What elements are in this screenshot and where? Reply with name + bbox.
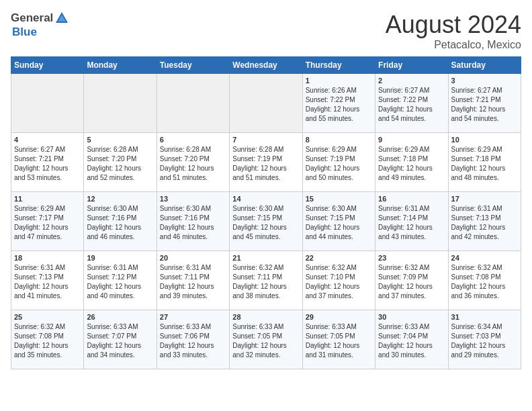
day-number: 19	[87, 254, 153, 262]
weekday-header-tuesday: Tuesday	[157, 57, 229, 74]
weekday-header-wednesday: Wednesday	[230, 57, 302, 74]
calendar-cell: 1Sunrise: 6:26 AMSunset: 7:22 PMDaylight…	[302, 74, 375, 133]
location-title: Petacalco, Mexico	[386, 39, 521, 51]
day-info: Sunrise: 6:31 AMSunset: 7:14 PMDaylight:…	[378, 204, 445, 242]
logo-text-general: General	[11, 11, 53, 25]
calendar-cell: 17Sunrise: 6:31 AMSunset: 7:13 PMDayligh…	[448, 192, 521, 251]
logo-text-blue: Blue	[12, 26, 37, 38]
day-number: 4	[14, 136, 81, 144]
day-info: Sunrise: 6:33 AMSunset: 7:06 PMDaylight:…	[160, 322, 226, 360]
calendar-cell: 27Sunrise: 6:33 AMSunset: 7:06 PMDayligh…	[157, 310, 229, 369]
day-number: 15	[306, 195, 372, 203]
day-number: 25	[14, 313, 81, 321]
calendar-cell: 7Sunrise: 6:28 AMSunset: 7:19 PMDaylight…	[230, 133, 302, 192]
day-number: 13	[160, 195, 226, 203]
day-number: 26	[87, 313, 153, 321]
calendar-cell: 10Sunrise: 6:29 AMSunset: 7:18 PMDayligh…	[448, 133, 521, 192]
calendar-cell: 29Sunrise: 6:33 AMSunset: 7:05 PMDayligh…	[302, 310, 375, 369]
day-info: Sunrise: 6:33 AMSunset: 7:05 PMDaylight:…	[306, 322, 372, 360]
calendar-cell: 15Sunrise: 6:30 AMSunset: 7:15 PMDayligh…	[302, 192, 375, 251]
calendar-cell: 13Sunrise: 6:30 AMSunset: 7:16 PMDayligh…	[157, 192, 229, 251]
day-info: Sunrise: 6:31 AMSunset: 7:13 PMDaylight:…	[14, 263, 81, 301]
calendar-cell: 21Sunrise: 6:32 AMSunset: 7:11 PMDayligh…	[230, 251, 302, 310]
calendar-week-2: 4Sunrise: 6:27 AMSunset: 7:21 PMDaylight…	[11, 133, 521, 192]
calendar-cell: 9Sunrise: 6:29 AMSunset: 7:18 PMDaylight…	[375, 133, 448, 192]
calendar-cell: 6Sunrise: 6:28 AMSunset: 7:20 PMDaylight…	[157, 133, 229, 192]
day-number: 29	[306, 313, 372, 321]
weekday-header-monday: Monday	[84, 57, 157, 74]
calendar-cell: 4Sunrise: 6:27 AMSunset: 7:21 PMDaylight…	[11, 133, 84, 192]
day-info: Sunrise: 6:30 AMSunset: 7:15 PMDaylight:…	[232, 204, 299, 242]
day-info: Sunrise: 6:26 AMSunset: 7:22 PMDaylight:…	[306, 86, 372, 124]
calendar-cell: 30Sunrise: 6:33 AMSunset: 7:04 PMDayligh…	[375, 310, 448, 369]
day-number: 22	[306, 254, 372, 262]
day-number: 21	[232, 254, 299, 262]
calendar-cell: 11Sunrise: 6:29 AMSunset: 7:17 PMDayligh…	[11, 192, 84, 251]
calendar-cell	[157, 74, 229, 133]
calendar-cell: 14Sunrise: 6:30 AMSunset: 7:15 PMDayligh…	[230, 192, 302, 251]
calendar-week-1: 1Sunrise: 6:26 AMSunset: 7:22 PMDaylight…	[11, 74, 521, 133]
day-number: 20	[160, 254, 226, 262]
calendar-week-5: 25Sunrise: 6:32 AMSunset: 7:08 PMDayligh…	[11, 310, 521, 369]
day-info: Sunrise: 6:32 AMSunset: 7:08 PMDaylight:…	[451, 263, 518, 301]
day-number: 17	[451, 195, 518, 203]
month-title: August 2024	[386, 11, 521, 39]
title-block: August 2024 Petacalco, Mexico	[386, 11, 521, 51]
day-number: 1	[306, 77, 372, 85]
day-number: 2	[378, 77, 445, 85]
calendar-cell	[230, 74, 302, 133]
day-info: Sunrise: 6:33 AMSunset: 7:05 PMDaylight:…	[232, 322, 299, 360]
day-info: Sunrise: 6:29 AMSunset: 7:19 PMDaylight:…	[306, 145, 372, 183]
logo-icon	[54, 11, 69, 26]
weekday-header-row: SundayMondayTuesdayWednesdayThursdayFrid…	[11, 57, 521, 74]
day-info: Sunrise: 6:34 AMSunset: 7:03 PMDaylight:…	[451, 322, 518, 360]
page-header: General Blue August 2024 Petacalco, Mexi…	[11, 11, 521, 51]
calendar-week-4: 18Sunrise: 6:31 AMSunset: 7:13 PMDayligh…	[11, 251, 521, 310]
day-number: 8	[306, 136, 372, 144]
day-info: Sunrise: 6:30 AMSunset: 7:15 PMDaylight:…	[306, 204, 372, 242]
day-number: 9	[378, 136, 445, 144]
logo: General Blue	[11, 11, 69, 39]
day-number: 18	[14, 254, 81, 262]
day-info: Sunrise: 6:29 AMSunset: 7:17 PMDaylight:…	[14, 204, 81, 242]
day-number: 7	[232, 136, 299, 144]
calendar-cell: 16Sunrise: 6:31 AMSunset: 7:14 PMDayligh…	[375, 192, 448, 251]
day-info: Sunrise: 6:32 AMSunset: 7:10 PMDaylight:…	[306, 263, 372, 301]
calendar-cell: 23Sunrise: 6:32 AMSunset: 7:09 PMDayligh…	[375, 251, 448, 310]
day-info: Sunrise: 6:30 AMSunset: 7:16 PMDaylight:…	[87, 204, 153, 242]
day-info: Sunrise: 6:31 AMSunset: 7:11 PMDaylight:…	[160, 263, 226, 301]
calendar-cell: 26Sunrise: 6:33 AMSunset: 7:07 PMDayligh…	[84, 310, 157, 369]
calendar-cell: 24Sunrise: 6:32 AMSunset: 7:08 PMDayligh…	[448, 251, 521, 310]
day-number: 5	[87, 136, 153, 144]
day-number: 16	[378, 195, 445, 203]
calendar-cell: 22Sunrise: 6:32 AMSunset: 7:10 PMDayligh…	[302, 251, 375, 310]
day-info: Sunrise: 6:32 AMSunset: 7:08 PMDaylight:…	[14, 322, 81, 360]
calendar-cell: 12Sunrise: 6:30 AMSunset: 7:16 PMDayligh…	[84, 192, 157, 251]
day-info: Sunrise: 6:30 AMSunset: 7:16 PMDaylight:…	[160, 204, 226, 242]
calendar-cell: 3Sunrise: 6:27 AMSunset: 7:21 PMDaylight…	[448, 74, 521, 133]
calendar-cell: 18Sunrise: 6:31 AMSunset: 7:13 PMDayligh…	[11, 251, 84, 310]
day-info: Sunrise: 6:27 AMSunset: 7:21 PMDaylight:…	[14, 145, 81, 183]
calendar-cell: 8Sunrise: 6:29 AMSunset: 7:19 PMDaylight…	[302, 133, 375, 192]
day-number: 14	[232, 195, 299, 203]
calendar-cell: 28Sunrise: 6:33 AMSunset: 7:05 PMDayligh…	[230, 310, 302, 369]
calendar-cell: 19Sunrise: 6:31 AMSunset: 7:12 PMDayligh…	[84, 251, 157, 310]
day-info: Sunrise: 6:29 AMSunset: 7:18 PMDaylight:…	[378, 145, 445, 183]
day-info: Sunrise: 6:29 AMSunset: 7:18 PMDaylight:…	[451, 145, 518, 183]
day-number: 30	[378, 313, 445, 321]
calendar-table: SundayMondayTuesdayWednesdayThursdayFrid…	[11, 56, 521, 369]
weekday-header-friday: Friday	[375, 57, 448, 74]
day-info: Sunrise: 6:27 AMSunset: 7:22 PMDaylight:…	[378, 86, 445, 124]
calendar-cell: 5Sunrise: 6:28 AMSunset: 7:20 PMDaylight…	[84, 133, 157, 192]
day-info: Sunrise: 6:28 AMSunset: 7:20 PMDaylight:…	[87, 145, 153, 183]
calendar-cell	[11, 74, 84, 133]
day-info: Sunrise: 6:32 AMSunset: 7:11 PMDaylight:…	[232, 263, 299, 301]
weekday-header-sunday: Sunday	[11, 57, 84, 74]
day-info: Sunrise: 6:33 AMSunset: 7:07 PMDaylight:…	[87, 322, 153, 360]
day-number: 6	[160, 136, 226, 144]
day-info: Sunrise: 6:33 AMSunset: 7:04 PMDaylight:…	[378, 322, 445, 360]
day-info: Sunrise: 6:32 AMSunset: 7:09 PMDaylight:…	[378, 263, 445, 301]
day-number: 3	[451, 77, 518, 85]
calendar-week-3: 11Sunrise: 6:29 AMSunset: 7:17 PMDayligh…	[11, 192, 521, 251]
day-number: 10	[451, 136, 518, 144]
